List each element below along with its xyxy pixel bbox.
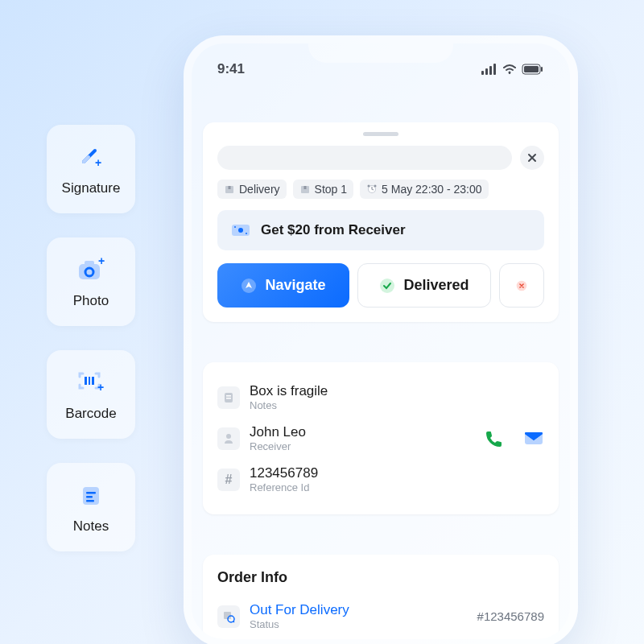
svg-rect-20 <box>541 67 543 72</box>
svg-point-31 <box>234 226 236 228</box>
signature-tile[interactable]: + Signature <box>47 125 135 213</box>
notes-label: Notes <box>250 399 328 411</box>
notes-label: Notes <box>73 518 109 535</box>
cancel-icon <box>516 278 527 294</box>
chip-stop-label: Stop 1 <box>315 183 347 196</box>
svg-rect-13 <box>481 71 484 75</box>
order-info-card: Order Info Out For Delivery Status #1234… <box>203 555 559 644</box>
delivered-label: Delivered <box>403 277 469 294</box>
chip-delivery[interactable]: Delivery <box>217 180 287 199</box>
order-info-title: Order Info <box>217 569 544 586</box>
svg-rect-11 <box>86 496 93 498</box>
close-button[interactable] <box>520 146 544 170</box>
order-ref: #123456789 <box>477 609 544 623</box>
svg-point-30 <box>238 228 243 233</box>
svg-rect-2 <box>85 261 94 266</box>
photo-icon: + <box>75 254 107 287</box>
svg-rect-6 <box>89 377 90 385</box>
receiver-row[interactable]: John Leo Receiver <box>217 418 544 459</box>
status-time: 9:41 <box>217 61 245 77</box>
photo-label: Photo <box>73 293 109 309</box>
receiver-label: Receiver <box>250 440 306 452</box>
svg-rect-38 <box>226 398 231 399</box>
svg-text:+: + <box>95 156 101 169</box>
svg-point-28 <box>374 185 377 188</box>
check-icon <box>379 278 395 294</box>
svg-rect-16 <box>493 64 496 75</box>
svg-point-17 <box>509 72 511 74</box>
svg-rect-5 <box>85 377 87 385</box>
chip-stop[interactable]: Stop 1 <box>293 180 353 199</box>
svg-rect-12 <box>86 500 94 502</box>
navigate-label: Navigate <box>265 277 325 294</box>
svg-point-34 <box>380 279 394 293</box>
drag-handle[interactable] <box>363 132 398 136</box>
svg-rect-10 <box>86 492 96 494</box>
reference-row[interactable]: # 123456789 Reference Id <box>217 459 544 500</box>
notes-icon <box>75 480 107 512</box>
notes-value: Box is fragile <box>250 383 328 399</box>
status-value: Out For Delivery <box>250 602 349 618</box>
photo-tile[interactable]: + Photo <box>47 237 135 326</box>
main-card: Delivery Stop 1 5 May 22:30 - 23:00 Get … <box>203 122 559 322</box>
notes-tile[interactable]: Notes <box>47 463 135 551</box>
reference-label: Reference Id <box>250 481 318 493</box>
signature-label: Signature <box>62 180 121 196</box>
note-icon <box>217 386 240 409</box>
chip-delivery-label: Delivery <box>239 183 280 196</box>
notes-row[interactable]: Box is fragile Notes <box>217 377 544 418</box>
person-icon <box>217 427 240 450</box>
receiver-value: John Leo <box>250 424 306 440</box>
cancel-button[interactable] <box>499 263 544 308</box>
barcode-tile[interactable]: + Barcode <box>47 350 135 439</box>
svg-rect-15 <box>489 66 492 75</box>
phone-frame: 9:41 Delivery Stop 1 5 May <box>184 35 578 644</box>
svg-text:+: + <box>98 257 105 267</box>
chip-time[interactable]: 5 May 22:30 - 23:00 <box>360 180 489 199</box>
barcode-label: Barcode <box>65 406 116 422</box>
package-icon <box>299 184 311 195</box>
payment-alert-text: Get $20 from Receiver <box>261 222 406 238</box>
delivered-button[interactable]: Delivered <box>357 263 491 308</box>
money-icon <box>230 221 251 239</box>
svg-rect-19 <box>524 66 539 72</box>
mail-icon[interactable] <box>523 429 544 447</box>
reference-value: 123456789 <box>250 465 318 481</box>
wifi-icon <box>502 64 517 75</box>
service-row[interactable]: Box Service <box>217 637 544 644</box>
close-icon <box>527 153 537 163</box>
svg-point-27 <box>368 185 370 188</box>
details-card: Box is fragile Notes John Leo Receiver #… <box>203 362 559 514</box>
battery-icon <box>522 64 544 75</box>
svg-rect-37 <box>226 395 231 397</box>
clock-icon <box>366 184 378 195</box>
cellular-icon <box>481 64 497 75</box>
status-label: Status <box>250 618 349 630</box>
hash-icon: # <box>217 469 240 491</box>
svg-rect-22 <box>229 186 231 189</box>
svg-point-32 <box>246 233 247 234</box>
svg-text:+: + <box>97 381 104 394</box>
notch <box>308 35 453 63</box>
search-input[interactable] <box>217 146 512 170</box>
status-row[interactable]: Out For Delivery Status #123456789 <box>217 596 544 637</box>
status-icon <box>217 605 240 628</box>
svg-rect-7 <box>92 377 94 385</box>
phone-icon[interactable] <box>483 429 502 448</box>
package-icon <box>224 184 235 195</box>
barcode-icon: + <box>75 367 107 399</box>
svg-point-39 <box>226 434 231 439</box>
chip-time-label: 5 May 22:30 - 23:00 <box>382 183 482 196</box>
navigate-button[interactable]: Navigate <box>217 263 349 308</box>
navigate-icon <box>241 278 257 294</box>
payment-alert[interactable]: Get $20 from Receiver <box>217 210 544 250</box>
signature-icon: + <box>75 142 107 174</box>
svg-rect-24 <box>303 186 306 189</box>
svg-rect-14 <box>485 68 488 75</box>
